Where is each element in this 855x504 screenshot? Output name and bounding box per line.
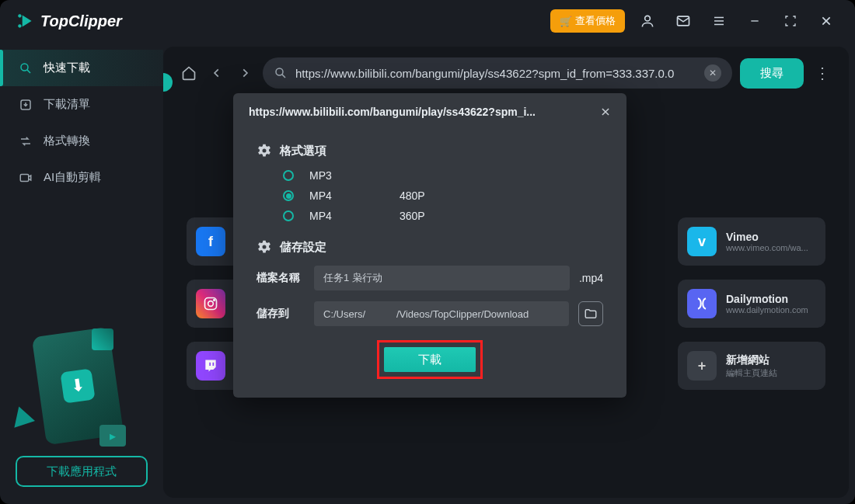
format-label: MP4 [309, 189, 356, 202]
format-section-header: 格式選項 [256, 143, 603, 158]
svg-line-15 [282, 75, 285, 78]
format-section-title: 格式選項 [280, 144, 326, 158]
saveto-row: 儲存到 [256, 301, 603, 326]
save-section-title: 儲存設定 [280, 240, 326, 255]
sidebar-item-label: 快速下載 [44, 61, 90, 75]
sidebar-item-download-list[interactable]: 下載清單 [0, 86, 163, 123]
format-option-mp4-480[interactable]: MP4 480P [283, 189, 603, 202]
saveto-label: 儲存到 [256, 307, 305, 321]
format-resolution: 480P [400, 189, 425, 202]
sidebar-item-label: AI自動剪輯 [44, 170, 101, 185]
sidebar-item-format-convert[interactable]: 格式轉換 [0, 123, 163, 159]
convert-icon [19, 134, 33, 148]
vimeo-icon: v [687, 227, 717, 256]
browser-bar: ✕ 搜尋 ⋮ [163, 47, 849, 99]
sidebar-item-quick-download[interactable]: 快速下載 [0, 50, 163, 86]
svg-rect-13 [20, 174, 29, 181]
plus-icon: + [687, 351, 717, 381]
instagram-icon [196, 289, 225, 318]
radio-icon [283, 210, 294, 221]
format-option-mp4-360[interactable]: MP4 360P [283, 210, 603, 222]
app-window: TopClipper 🛒 查看價格 [0, 0, 855, 504]
kebab-menu-icon[interactable]: ⋮ [811, 64, 833, 82]
filename-extension: .mp4 [579, 272, 603, 284]
site-url: www.dailymotion.com [726, 305, 808, 315]
format-label: MP3 [309, 169, 356, 182]
svg-point-0 [18, 14, 21, 17]
back-icon[interactable] [207, 63, 227, 83]
cart-icon: 🛒 [560, 16, 572, 27]
filename-input[interactable] [314, 266, 570, 290]
format-resolution: 360P [400, 210, 425, 222]
clear-url-icon[interactable]: ✕ [704, 64, 721, 82]
search-icon [19, 61, 33, 75]
download-highlight-box: 下載 [377, 340, 483, 379]
dailymotion-icon [687, 289, 717, 318]
svg-line-11 [27, 69, 30, 72]
saveto-input[interactable] [314, 301, 569, 326]
site-name: 新增網站 [726, 353, 777, 367]
format-option-mp3[interactable]: MP3 [283, 169, 603, 182]
gear-icon [256, 239, 272, 255]
account-icon[interactable] [634, 8, 661, 34]
radio-icon [283, 190, 294, 201]
site-name: Vimeo [726, 231, 808, 243]
modal-header: https://www.bilibili.com/bangumi/play/ss… [233, 93, 626, 130]
sidebar-item-ai-clip[interactable]: AI自動剪輯 [0, 159, 163, 196]
download-modal: https://www.bilibili.com/bangumi/play/ss… [233, 93, 626, 398]
radio-icon [283, 170, 294, 181]
close-icon[interactable] [813, 8, 839, 34]
facebook-icon: f [196, 227, 225, 256]
site-url: 編輯主頁連結 [726, 367, 777, 379]
search-button[interactable]: 搜尋 [740, 58, 804, 89]
modal-url-text: https://www.bilibili.com/bangumi/play/ss… [249, 106, 536, 118]
app-logo: TopClipper [16, 11, 122, 31]
logo-text: TopClipper [40, 12, 122, 30]
svg-point-18 [214, 300, 215, 301]
sidebar-item-label: 下載清單 [44, 97, 90, 112]
url-input[interactable] [295, 67, 696, 80]
svg-point-1 [18, 24, 21, 27]
url-bar: ✕ [263, 57, 732, 89]
sidebar-item-label: 格式轉換 [44, 134, 90, 148]
site-card-dailymotion[interactable]: Dailymotion www.dailymotion.com [678, 280, 825, 328]
view-price-button[interactable]: 🛒 查看價格 [550, 9, 625, 33]
site-name: Dailymotion [726, 293, 808, 305]
twitch-icon [196, 351, 225, 381]
download-app-button[interactable]: 下載應用程式 [16, 456, 148, 487]
site-url: www.vimeo.com/wa... [726, 243, 808, 252]
promo-illustration: ⬇ ▸ [0, 316, 163, 456]
filename-label: 檔案名稱 [256, 271, 305, 285]
download-button[interactable]: 下載 [384, 347, 476, 372]
sidebar: 快速下載 下載清單 格式轉換 AI自動剪輯 ⬇ ▸ 下載應用程式 [0, 42, 163, 504]
save-section-header: 儲存設定 [256, 239, 603, 255]
ai-clip-icon [19, 171, 33, 185]
site-card-add[interactable]: + 新增網站 編輯主頁連結 [678, 342, 825, 390]
maximize-icon[interactable] [777, 8, 804, 34]
browse-folder-button[interactable] [578, 301, 603, 326]
forward-icon[interactable] [235, 63, 255, 83]
search-icon [274, 66, 288, 80]
modal-close-icon[interactable] [600, 106, 611, 117]
titlebar: TopClipper 🛒 查看價格 [0, 0, 855, 42]
price-button-label: 查看價格 [575, 14, 616, 28]
filename-row: 檔案名稱 .mp4 [256, 266, 603, 290]
mail-icon[interactable] [670, 8, 696, 34]
svg-point-10 [21, 64, 28, 71]
minimize-icon[interactable] [742, 8, 768, 34]
format-label: MP4 [309, 210, 356, 222]
home-icon[interactable] [179, 63, 199, 83]
gear-icon [256, 143, 272, 158]
menu-icon[interactable] [706, 8, 732, 34]
format-options: MP3 MP4 480P MP4 360P [256, 169, 603, 222]
svg-point-2 [645, 16, 651, 21]
svg-point-17 [208, 301, 214, 307]
collapse-sidebar-icon[interactable] [163, 75, 164, 83]
svg-point-14 [276, 68, 283, 75]
site-card-vimeo[interactable]: v Vimeo www.vimeo.com/wa... [678, 217, 825, 266]
logo-icon [16, 11, 36, 31]
download-list-icon [19, 98, 33, 112]
